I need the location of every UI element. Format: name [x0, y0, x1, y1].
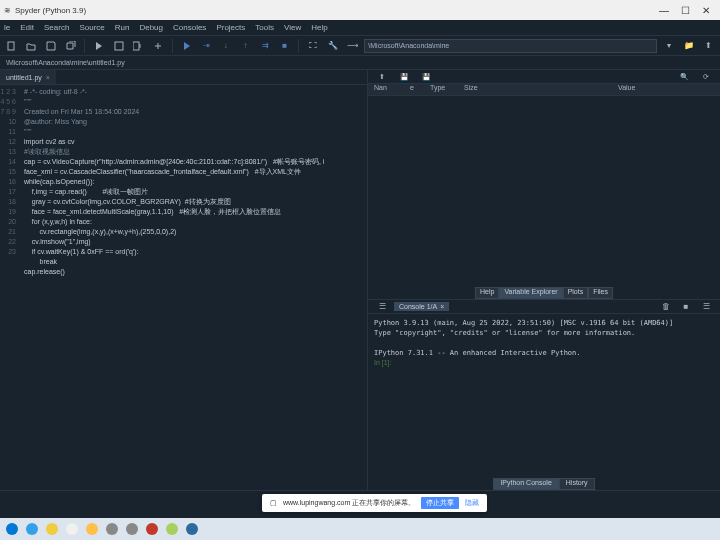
- parent-dir-button[interactable]: ⬆: [700, 38, 716, 54]
- debug-out-button[interactable]: ↑: [238, 38, 254, 54]
- save-all-button[interactable]: [63, 38, 79, 54]
- ve-save-as-icon[interactable]: 💾: [418, 69, 434, 85]
- console-tab-history[interactable]: History: [559, 478, 595, 490]
- menu-edit[interactable]: Edit: [20, 23, 34, 32]
- svg-rect-1: [115, 42, 123, 50]
- share-icon: ▢: [270, 499, 277, 507]
- ve-col-type: Type: [430, 84, 454, 95]
- ve-import-icon[interactable]: ⬆: [374, 69, 390, 85]
- pythonpath-button[interactable]: ⟿: [345, 38, 361, 54]
- taskbar-app-5[interactable]: [103, 520, 121, 538]
- debug-file-button[interactable]: [179, 38, 195, 54]
- console-output[interactable]: Python 3.9.13 (main, Aug 25 2022, 23:51:…: [368, 314, 720, 479]
- taskbar-app-7[interactable]: [143, 520, 161, 538]
- toolbar: ⇥ ↓ ↑ ⇉ ■ ⛶ 🔧 ⟿ ▾ 📁 ⬆: [0, 36, 720, 56]
- menu-projects[interactable]: Projects: [216, 23, 245, 32]
- menu-help[interactable]: Help: [311, 23, 327, 32]
- ve-search-icon[interactable]: 🔍: [676, 69, 692, 85]
- svg-rect-0: [8, 42, 14, 50]
- editor-filepath: \Microsoft\Anaconda\mine\untitled1.py: [0, 56, 720, 70]
- screen-share-notification: ▢ www.lupingwang.com 正在共享你的屏幕。 停止共享 隐藏: [262, 494, 487, 512]
- browse-dir-button[interactable]: 📁: [681, 38, 697, 54]
- taskbar-app-8[interactable]: [163, 520, 181, 538]
- taskbar-app-2[interactable]: [43, 520, 61, 538]
- open-file-button[interactable]: [24, 38, 40, 54]
- windows-taskbar[interactable]: [0, 518, 720, 540]
- pane-tab-variable-explorer[interactable]: Variable Explorer: [499, 287, 562, 299]
- variable-explorer-body[interactable]: [368, 96, 720, 287]
- working-dir-input[interactable]: [364, 39, 657, 53]
- taskbar-app-6[interactable]: [123, 520, 141, 538]
- taskbar-app-1[interactable]: [23, 520, 41, 538]
- svg-rect-2: [133, 42, 139, 50]
- debug-continue-button[interactable]: ⇉: [257, 38, 273, 54]
- menu-source[interactable]: Source: [79, 23, 104, 32]
- debug-stop-button[interactable]: ■: [277, 38, 293, 54]
- spyder-icon: ≋: [4, 6, 11, 15]
- pane-tab-files[interactable]: Files: [588, 287, 613, 299]
- editor-tab-close-icon[interactable]: ×: [46, 74, 50, 81]
- preferences-button[interactable]: 🔧: [325, 38, 341, 54]
- menu-bar: le Edit Search Source Run Debug Consoles…: [0, 20, 720, 36]
- maximize-button[interactable]: ☐: [681, 5, 690, 16]
- menu-debug[interactable]: Debug: [139, 23, 163, 32]
- console-tab-ipython[interactable]: IPython Console: [493, 478, 558, 490]
- menu-run[interactable]: Run: [115, 23, 130, 32]
- run-cell-advance-button[interactable]: [131, 38, 147, 54]
- ve-col-size: Size: [464, 84, 488, 95]
- ve-col-name: Nan: [374, 84, 400, 95]
- code-editor[interactable]: 1 2 3 4 5 6 7 8 9 10 11 12 13 14 15 16 1…: [0, 85, 367, 490]
- window-title: Spyder (Python 3.9): [15, 6, 86, 15]
- stop-sharing-button[interactable]: 停止共享: [421, 497, 459, 509]
- menu-tools[interactable]: Tools: [255, 23, 274, 32]
- taskbar-app-3[interactable]: [63, 520, 81, 538]
- console-options-icon[interactable]: ☰: [698, 298, 714, 314]
- ve-refresh-icon[interactable]: ⟳: [698, 69, 714, 85]
- debug-step-button[interactable]: ⇥: [198, 38, 214, 54]
- console-browse-icon[interactable]: ☰: [374, 298, 390, 314]
- ve-save-icon[interactable]: 💾: [396, 69, 412, 85]
- menu-consoles[interactable]: Consoles: [173, 23, 206, 32]
- run-cell-button[interactable]: [111, 38, 127, 54]
- taskbar-app-0[interactable]: [3, 520, 21, 538]
- save-button[interactable]: [43, 38, 59, 54]
- close-button[interactable]: ✕: [702, 5, 710, 16]
- taskbar-app-4[interactable]: [83, 520, 101, 538]
- run-selection-button[interactable]: [150, 38, 166, 54]
- hide-notification-button[interactable]: 隐藏: [465, 498, 479, 508]
- console-remove-icon[interactable]: 🗑: [658, 298, 674, 314]
- dir-dropdown-button[interactable]: ▾: [661, 38, 677, 54]
- pane-tab-plots[interactable]: Plots: [563, 287, 589, 299]
- debug-into-button[interactable]: ↓: [218, 38, 234, 54]
- menu-view[interactable]: View: [284, 23, 301, 32]
- console-tab-close-icon[interactable]: ×: [440, 303, 444, 310]
- ve-col-value: Value: [618, 84, 635, 95]
- maximize-pane-button[interactable]: ⛶: [305, 38, 321, 54]
- editor-tab[interactable]: untitled1.py ×: [0, 70, 56, 84]
- taskbar-app-9[interactable]: [183, 520, 201, 538]
- menu-file[interactable]: le: [4, 23, 10, 32]
- console-interrupt-icon[interactable]: ■: [678, 298, 694, 314]
- menu-search[interactable]: Search: [44, 23, 69, 32]
- new-file-button[interactable]: [4, 38, 20, 54]
- pane-tab-help[interactable]: Help: [475, 287, 499, 299]
- minimize-button[interactable]: —: [659, 5, 669, 16]
- run-file-button[interactable]: [91, 38, 107, 54]
- console-tab[interactable]: Console 1/A ×: [394, 302, 449, 311]
